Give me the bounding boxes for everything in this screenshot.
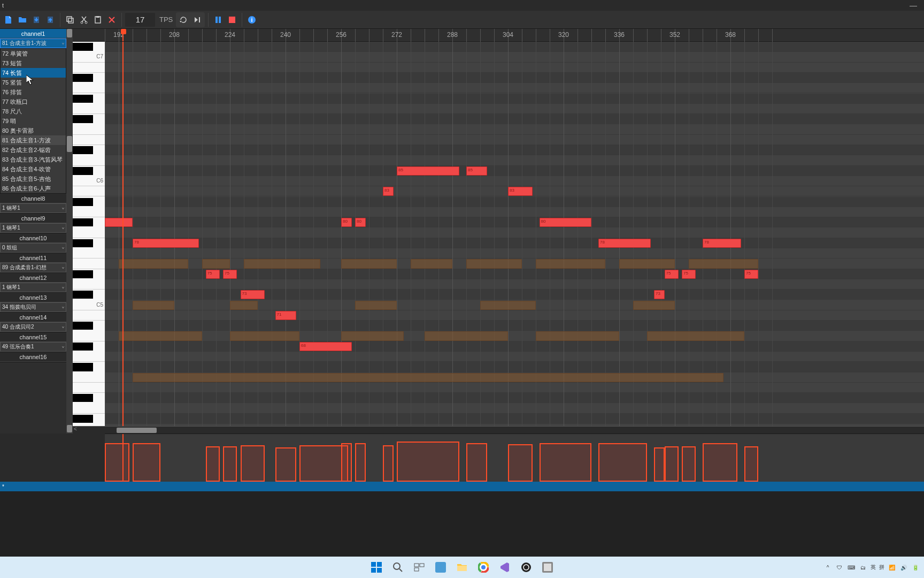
export-icon[interactable] [44,13,57,26]
midi-note[interactable]: 83 [508,187,533,196]
instrument-select[interactable]: 40 合成贝司2 [0,322,66,332]
ime-mode[interactable]: 拼 [879,564,884,571]
channel-header[interactable]: channel13 [0,293,66,302]
midi-note[interactable] [105,218,133,227]
ime-lang[interactable]: 英 [871,564,876,571]
vs-icon[interactable] [495,558,514,577]
midi-note[interactable]: 75 [744,270,758,279]
dropdown-item[interactable]: 73 短笛 [1,58,66,68]
midi-note[interactable]: 75 [223,270,237,279]
search-icon[interactable] [388,558,407,577]
instrument-select[interactable]: 1 钢琴1 [0,223,66,233]
velocity-bar[interactable] [206,446,220,482]
dropdown-item[interactable]: 86 合成主音6-人声 [1,184,66,193]
dropdown-item[interactable]: 83 合成主音3-汽笛风琴 [1,155,66,164]
taskbar-app-1[interactable] [431,558,450,577]
velocity-bar[interactable] [598,443,647,482]
velocity-bar[interactable] [654,447,665,482]
minimize-button[interactable]: — [903,1,924,10]
dropdown-item[interactable]: 78 尺八 [1,107,66,116]
sidebar-scrollbar[interactable] [66,29,73,434]
velocity-bar[interactable] [241,445,265,482]
midi-note[interactable]: 78 [598,239,651,248]
delete-icon[interactable] [105,13,118,26]
velocity-bar[interactable] [703,443,737,482]
velocity-bar[interactable] [105,443,129,482]
midi-note[interactable]: 71 [275,311,296,320]
paste-icon[interactable] [91,13,104,26]
midi-note[interactable]: 80 [540,218,592,227]
info-icon[interactable]: i [245,13,258,26]
dropdown-item[interactable]: 81 合成主音1-方波 [1,135,66,145]
velocity-bar[interactable] [355,443,366,482]
taskbar-app-2[interactable] [538,558,557,577]
new-file-icon[interactable] [2,13,15,26]
piano-keyboard[interactable]: C7C6C5C4 [73,42,105,426]
channel-header[interactable]: channel9 [0,214,66,223]
task-view-icon[interactable] [410,558,429,577]
velocity-bar[interactable] [383,445,394,482]
channel-header[interactable]: channel15 [0,332,66,342]
midi-note[interactable]: 73 [241,290,265,299]
instrument-select[interactable]: 34 指拨电贝司 [0,302,66,312]
instrument-select[interactable]: 89 合成柔音1-幻想 [0,263,66,272]
battery-icon[interactable]: 🗂 [859,563,867,572]
chrome-icon[interactable] [474,558,493,577]
velocity-panel[interactable] [105,434,924,482]
midi-note[interactable]: 85 [466,166,487,176]
power-icon[interactable]: 🔋 [911,563,920,572]
midi-note[interactable]: 80 [355,218,366,227]
instrument-select[interactable]: 1 钢琴1 [0,283,66,292]
playhead[interactable] [122,29,124,41]
channel-header[interactable]: channel8 [0,194,66,203]
copy-icon[interactable] [64,13,76,26]
midi-note[interactable]: 78 [703,239,741,248]
instrument-select[interactable]: 49 弦乐合奏1 [0,342,66,352]
obs-icon[interactable] [517,558,536,577]
channel-header[interactable]: channel14 [0,313,66,322]
midi-note[interactable]: 80 [341,218,352,227]
dropdown-item[interactable]: 74 长笛 [1,68,66,78]
velocity-bar[interactable] [540,443,592,482]
velocity-bar[interactable] [275,447,296,482]
midi-note[interactable]: 78 [133,239,199,248]
velocity-bar[interactable] [223,446,237,482]
keyboard-icon[interactable]: ⌨ [847,563,856,572]
midi-note[interactable]: 75 [665,270,679,279]
dropdown-item[interactable]: 72 单簧管 [1,49,66,58]
horizontal-scrollbar[interactable] [73,426,924,434]
velocity-bar[interactable] [744,446,758,482]
dropdown-item[interactable]: 84 合成主音4-吹管 [1,164,66,174]
wifi-icon[interactable]: 📶 [888,563,896,572]
dropdown-item[interactable]: 85 合成主音5-吉他 [1,174,66,184]
velocity-bar[interactable] [397,442,459,482]
channel-header[interactable]: channel10 [0,233,66,243]
dropdown-item[interactable]: 75 竖笛 [1,78,66,87]
note-grid[interactable]: 85858383808080787878757575757573737168 [105,42,924,426]
dropdown-item[interactable]: 79 哨 [1,116,66,126]
velocity-bar[interactable] [508,444,533,482]
timeline-ruler[interactable]: 192208224240256272288304320336352368 [73,29,924,42]
channel-header[interactable]: channel16 [0,352,66,362]
midi-note[interactable]: 68 [299,342,352,351]
instrument-select[interactable]: 81 合成主音1-方波 [0,39,66,48]
loop-icon[interactable] [177,13,190,26]
midi-note[interactable]: 85 [397,166,459,176]
midi-note[interactable]: 75 [206,270,220,279]
open-file-icon[interactable] [16,13,29,26]
cut-icon[interactable] [78,13,90,26]
dropdown-item[interactable]: 76 排笛 [1,87,66,97]
midi-note[interactable]: 83 [383,187,394,196]
tray-chevron-icon[interactable]: ^ [823,563,832,572]
midi-note[interactable]: 73 [654,290,665,299]
tray-app-icon[interactable]: 🛡 [835,563,844,572]
dropdown-item[interactable]: 80 奥卡雷那 [1,126,66,135]
file-explorer-icon[interactable] [452,558,472,577]
channel-header[interactable]: channel1 [0,29,66,39]
dropdown-item[interactable]: 77 吹瓶口 [1,97,66,107]
instrument-select[interactable]: 0 鼓组 [0,243,66,253]
dropdown-item[interactable]: 82 合成主音2-锯齿 [1,145,66,155]
channel-header[interactable]: channel11 [0,253,66,263]
skip-icon[interactable] [191,13,204,26]
velocity-bar[interactable] [682,446,696,482]
